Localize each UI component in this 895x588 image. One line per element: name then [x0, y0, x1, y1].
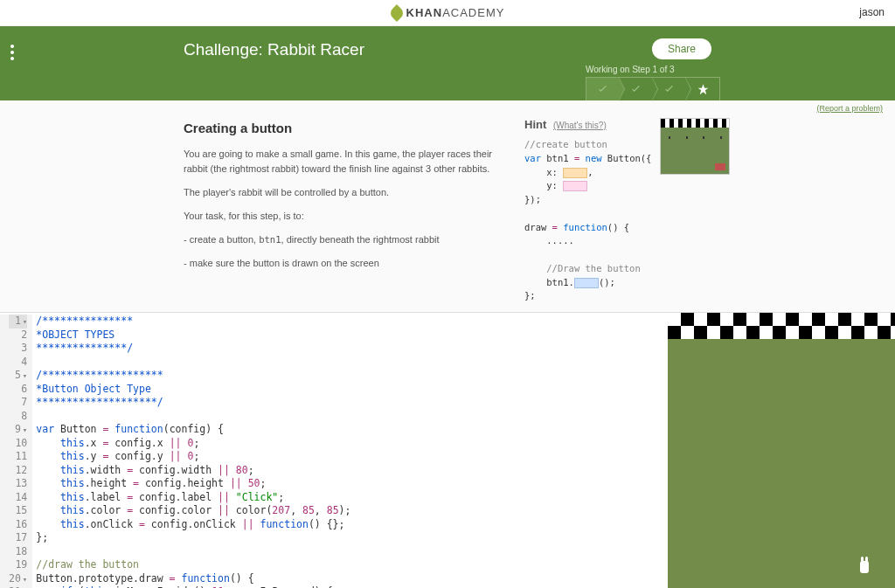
- leaf-icon: [388, 4, 406, 22]
- step-progress: Working on Step 1 of 3: [586, 65, 720, 101]
- gutter: 1▾234 5▾678 9▾10111213141516171819 20▾21…: [0, 315, 32, 588]
- checker-pattern: [668, 313, 895, 339]
- rabbit-icon: [860, 561, 869, 573]
- hint-code: //create button var btn1 = new Button({ …: [524, 138, 651, 303]
- menu-kebab-icon[interactable]: [10, 42, 14, 63]
- star-icon: [697, 83, 710, 96]
- check-icon: [629, 83, 642, 96]
- instructions-text: Creating a button You are going to make …: [184, 118, 498, 303]
- instructions-panel: (Report a problem) Creating a button You…: [0, 100, 895, 312]
- top-bar: KHANACADEMY jason: [0, 0, 895, 26]
- output-canvas[interactable]: [668, 313, 895, 588]
- share-button[interactable]: Share: [652, 38, 711, 59]
- editor-area: 1▾234 5▾678 9▾10111213141516171819 20▾21…: [0, 312, 895, 588]
- hint-blank-method: [574, 278, 599, 288]
- hint-column: Hint (What's this?) //create button var …: [524, 118, 717, 303]
- check-icon: [596, 83, 609, 96]
- challenge-title: Challenge: Rabbit Racer: [184, 40, 878, 59]
- code-editor[interactable]: 1▾234 5▾678 9▾10111213141516171819 20▾21…: [0, 313, 668, 588]
- hint-title: Hint: [524, 118, 546, 131]
- code-lines[interactable]: /*************** *OBJECT TYPES *********…: [32, 315, 350, 588]
- hint-whats-this-link[interactable]: (What's this?): [553, 121, 607, 130]
- hint-blank-x: [563, 168, 587, 178]
- hint-thumbnail: [660, 118, 730, 175]
- step-label: Working on Step 1 of 3: [586, 65, 720, 74]
- instructions-heading: Creating a button: [184, 118, 498, 138]
- hint-blank-y: [563, 181, 587, 191]
- challenge-header: Challenge: Rabbit Racer Share Working on…: [0, 26, 895, 100]
- report-problem-link[interactable]: (Report a problem): [816, 104, 883, 113]
- check-icon: [663, 83, 676, 96]
- logo[interactable]: KHANACADEMY: [391, 6, 505, 19]
- user-link[interactable]: jason: [859, 6, 885, 18]
- step-1[interactable]: [586, 78, 620, 100]
